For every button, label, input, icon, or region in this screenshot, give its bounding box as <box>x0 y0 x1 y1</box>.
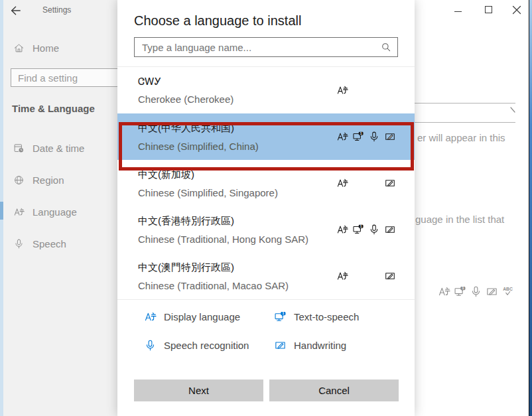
legend-display-language: Display language <box>144 311 274 323</box>
minimize-icon <box>454 11 462 12</box>
spellcheck-icon <box>501 285 514 298</box>
legend-label: Handwriting <box>294 340 346 351</box>
language-row-chinese-simplified-singapore[interactable]: 中文(新加坡) Chinese (Simplified, Singapore) <box>117 160 415 206</box>
display-language-icon <box>336 224 348 236</box>
text-to-speech-icon <box>352 224 364 236</box>
handwriting-icon <box>274 339 287 352</box>
feature-legend: Display language Text-to-speech Speech r… <box>117 299 415 352</box>
language-native-name: 中文(新加坡) <box>138 169 336 181</box>
language-row-chinese-traditional-macao[interactable]: 中文(澳門特別行政區) Chinese (Traditional, Macao … <box>117 253 415 299</box>
language-row-chinese-simplified-china[interactable]: 中文(中华人民共和国) Chinese (Simplified, China) <box>117 113 415 160</box>
handwriting-icon <box>384 224 396 236</box>
sidebar-item-label: Date & time <box>33 143 84 154</box>
search-icon[interactable] <box>381 42 391 52</box>
feature-icons <box>336 177 396 189</box>
selected-nav-indicator <box>0 202 3 220</box>
speech-recognition-icon <box>368 224 380 236</box>
language-native-name: 中文(香港特別行政區) <box>138 215 336 228</box>
language-search-box[interactable] <box>134 37 398 57</box>
feature-icons <box>336 270 396 282</box>
sidebar-item-label: Region <box>33 174 64 186</box>
background-partial-text: er will appear in this <box>417 132 505 143</box>
language-icon <box>13 206 25 218</box>
language-row-chinese-traditional-hongkong[interactable]: 中文(香港特別行政區) Chinese (Traditional, Hong K… <box>117 206 415 253</box>
next-button[interactable]: Next <box>134 380 263 401</box>
maximize-icon <box>485 6 492 13</box>
chevron-down-icon <box>509 106 516 113</box>
language-row-cherokee[interactable]: ᏣᎳᎩ Cherokee (Cherokee) <box>117 67 415 113</box>
calendar-clock-icon <box>13 143 25 154</box>
handwriting-icon <box>384 131 396 143</box>
language-install-dialog: Choose a language to install ᏣᎳᎩ Cheroke… <box>117 0 415 416</box>
language-feature-icons-row <box>438 285 514 298</box>
globe-icon <box>13 174 25 186</box>
display-language-icon <box>336 270 348 282</box>
background-partial-text: guage in the list that <box>415 214 504 225</box>
display-language-icon <box>336 84 348 96</box>
microphone-icon <box>13 238 25 249</box>
text-to-speech-icon <box>352 131 364 143</box>
dropdown-bottom-border <box>415 122 515 123</box>
cancel-button[interactable]: Cancel <box>269 380 399 401</box>
app-title: Settings <box>42 5 71 15</box>
language-english-name: Chinese (Traditional, Macao SAR) <box>138 280 336 291</box>
speech-recognition-icon <box>368 131 380 143</box>
sidebar-item-home[interactable]: Home <box>0 41 117 57</box>
display-language-icon <box>144 311 157 323</box>
display-language-icon <box>336 177 348 189</box>
sidebar-section-title: Time & Language <box>12 103 95 114</box>
window-right-edge <box>529 0 532 416</box>
page-background: er will appear in this guage in the list… <box>415 0 532 416</box>
sidebar-item-label: Home <box>33 42 59 54</box>
legend-label: Text-to-speech <box>294 311 359 322</box>
language-list: ᏣᎳᎩ Cherokee (Cherokee) 中文(中华人民共和国) Chin… <box>117 66 415 299</box>
language-english-name: Chinese (Simplified, Singapore) <box>138 187 336 198</box>
handwriting-icon <box>384 270 396 282</box>
language-native-name: 中文(澳門特別行政區) <box>138 261 336 274</box>
legend-speech-recognition: Speech recognition <box>144 339 274 352</box>
language-english-name: Chinese (Simplified, China) <box>138 141 336 152</box>
back-icon[interactable] <box>9 4 23 17</box>
language-text: 中文(新加坡) Chinese (Simplified, Singapore) <box>138 169 336 198</box>
feature-icons <box>336 84 396 96</box>
feature-icons <box>336 131 396 143</box>
language-text: 中文(中华人民共和国) Chinese (Simplified, China) <box>138 122 336 152</box>
legend-text-to-speech: Text-to-speech <box>274 311 415 323</box>
language-english-name: Chinese (Traditional, Hong Kong SAR) <box>138 234 336 245</box>
display-language-icon <box>438 285 450 298</box>
legend-label: Display language <box>164 311 240 322</box>
sidebar: Settings Home Time & Language Date & tim… <box>0 0 117 416</box>
feature-icons <box>336 224 396 236</box>
sidebar-item-label: Language <box>33 206 77 218</box>
speech-recognition-icon <box>144 339 157 352</box>
language-text: ᏣᎳᎩ Cherokee (Cherokee) <box>138 76 336 105</box>
speech-recognition-icon <box>470 285 482 298</box>
text-to-speech-icon <box>454 285 466 298</box>
language-search-input[interactable] <box>135 42 381 53</box>
close-button[interactable] <box>511 5 522 15</box>
sidebar-item-language[interactable]: Language <box>0 205 117 221</box>
display-language-icon <box>336 131 348 143</box>
dropdown-top-border <box>415 103 515 104</box>
settings-window: Settings Home Time & Language Date & tim… <box>0 0 532 416</box>
dialog-buttons: Next Cancel <box>134 380 399 401</box>
sidebar-item-region[interactable]: Region <box>0 173 117 189</box>
language-text: 中文(澳門特別行政區) Chinese (Traditional, Macao … <box>138 261 336 291</box>
minimize-button[interactable] <box>451 3 464 16</box>
legend-label: Speech recognition <box>164 340 249 351</box>
legend-handwriting: Handwriting <box>274 339 415 352</box>
language-native-name: ᏣᎳᎩ <box>138 76 336 88</box>
language-native-name: 中文(中华人民共和国) <box>138 122 336 135</box>
handwriting-icon <box>384 177 396 189</box>
language-text: 中文(香港特別行政區) Chinese (Traditional, Hong K… <box>138 215 336 245</box>
text-to-speech-icon <box>274 311 287 323</box>
sidebar-item-label: Speech <box>33 238 66 249</box>
dialog-title: Choose a language to install <box>134 13 398 29</box>
home-icon <box>13 42 25 54</box>
maximize-button[interactable] <box>482 3 495 16</box>
language-english-name: Cherokee (Cherokee) <box>138 94 336 105</box>
sidebar-item-speech[interactable]: Speech <box>0 237 117 253</box>
sidebar-item-date-time[interactable]: Date & time <box>0 141 117 157</box>
handwriting-icon <box>486 285 498 298</box>
